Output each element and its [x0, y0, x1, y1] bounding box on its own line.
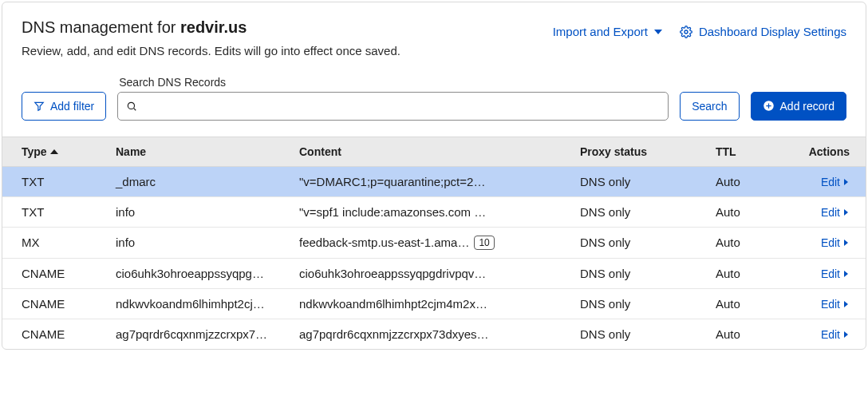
title-prefix: DNS management for — [22, 18, 180, 36]
toolbar: Add filter Search DNS Records Search Add… — [2, 68, 866, 137]
search-button[interactable]: Search — [680, 92, 739, 121]
page-title: DNS management for redvir.us — [22, 17, 400, 38]
chevron-down-icon — [654, 30, 662, 34]
dns-management-card: DNS management for redvir.us Review, add… — [2, 2, 866, 350]
cell-type: TXT — [2, 196, 106, 227]
edit-button[interactable]: Edit — [821, 298, 850, 311]
col-header-proxy[interactable]: Proxy status — [570, 137, 706, 166]
page-subtitle: Review, add, and edit DNS records. Edits… — [22, 42, 400, 60]
cell-proxy: DNS only — [570, 166, 706, 196]
table-row[interactable]: MXinfofeedback-smtp.us-east-1.ama…10DNS … — [2, 227, 866, 258]
cell-ttl: Auto — [706, 196, 786, 227]
search-button-label: Search — [692, 101, 727, 112]
edit-button[interactable]: Edit — [821, 176, 850, 188]
svg-point-2 — [128, 102, 135, 109]
cell-content: feedback-smtp.us-east-1.ama…10 — [290, 227, 570, 258]
cell-ttl: Auto — [706, 166, 786, 196]
add-filter-label: Add filter — [50, 101, 94, 112]
cell-name: ndkwvkoandm6lhimhpt2cj… — [106, 288, 290, 319]
import-export-label: Import and Export — [553, 25, 648, 38]
cell-proxy: DNS only — [570, 227, 706, 258]
svg-line-3 — [134, 108, 136, 110]
chevron-right-icon — [843, 300, 850, 308]
cell-type: CNAME — [2, 258, 106, 288]
display-settings-label: Dashboard Display Settings — [699, 25, 846, 38]
gear-icon — [680, 26, 692, 38]
add-record-label: Add record — [780, 101, 834, 112]
edit-button[interactable]: Edit — [821, 267, 850, 280]
search-label: Search DNS Records — [117, 76, 669, 89]
cell-proxy: DNS only — [570, 258, 706, 288]
cell-name: ag7pqrdr6cqxnmjzzcrxpx7… — [106, 319, 290, 349]
cell-name: info — [106, 196, 290, 227]
cell-name: _dmarc — [106, 166, 290, 196]
col-header-content[interactable]: Content — [290, 137, 570, 166]
cell-proxy: DNS only — [570, 288, 706, 319]
add-record-button[interactable]: Add record — [751, 92, 846, 121]
cell-ttl: Auto — [706, 288, 786, 319]
cell-actions: Edit — [786, 196, 866, 227]
edit-button[interactable]: Edit — [821, 328, 850, 341]
cell-actions: Edit — [786, 258, 866, 288]
search-input[interactable] — [144, 99, 660, 113]
cell-proxy: DNS only — [570, 196, 706, 227]
add-filter-button[interactable]: Add filter — [22, 92, 106, 121]
table-row[interactable]: TXTinfo"v=spf1 include:amazonses.com ~…D… — [2, 196, 866, 227]
priority-badge: 10 — [474, 236, 494, 250]
cell-actions: Edit — [786, 319, 866, 349]
display-settings-link[interactable]: Dashboard Display Settings — [680, 25, 846, 38]
chevron-right-icon — [843, 270, 850, 278]
table-row[interactable]: CNAMEcio6uhk3ohroeappssyqpg…cio6uhk3ohro… — [2, 258, 866, 288]
col-header-type[interactable]: Type — [2, 137, 106, 166]
sort-asc-icon — [50, 149, 58, 154]
cell-ttl: Auto — [706, 227, 786, 258]
chevron-right-icon — [843, 331, 850, 339]
search-field[interactable] — [117, 92, 669, 121]
cell-name: cio6uhk3ohroeappssyqpg… — [106, 258, 290, 288]
svg-marker-1 — [35, 102, 44, 110]
edit-button[interactable]: Edit — [821, 206, 850, 219]
cell-content: ag7pqrdr6cqxnmjzzcrxpx73dxyes… — [290, 319, 570, 349]
cell-type: MX — [2, 227, 106, 258]
table-header-row: Type Name Content Proxy status TTL Actio… — [2, 137, 866, 166]
import-export-link[interactable]: Import and Export — [553, 25, 662, 38]
title-domain: redvir.us — [180, 18, 247, 36]
chevron-right-icon — [843, 239, 850, 247]
records-table: Type Name Content Proxy status TTL Actio… — [2, 137, 866, 349]
svg-point-0 — [685, 30, 688, 34]
col-header-ttl[interactable]: TTL — [706, 137, 786, 166]
cell-actions: Edit — [786, 227, 866, 258]
cell-content: "v=spf1 include:amazonses.com ~… — [290, 196, 570, 227]
cell-content: "v=DMARC1;p=quarantine;pct=25… — [290, 166, 570, 196]
chevron-right-icon — [843, 178, 850, 186]
table-row[interactable]: CNAMEndkwvkoandm6lhimhpt2cj…ndkwvkoandm6… — [2, 288, 866, 319]
plus-circle-icon — [763, 100, 775, 112]
col-header-name[interactable]: Name — [106, 137, 290, 166]
cell-ttl: Auto — [706, 319, 786, 349]
cell-content: ndkwvkoandm6lhimhpt2cjm4m2x… — [290, 288, 570, 319]
card-header: DNS management for redvir.us Review, add… — [2, 2, 866, 68]
cell-proxy: DNS only — [570, 319, 706, 349]
cell-type: CNAME — [2, 288, 106, 319]
filter-icon — [34, 101, 45, 112]
table-row[interactable]: CNAMEag7pqrdr6cqxnmjzzcrxpx7…ag7pqrdr6cq… — [2, 319, 866, 349]
chevron-right-icon — [843, 208, 850, 216]
cell-ttl: Auto — [706, 258, 786, 288]
cell-type: CNAME — [2, 319, 106, 349]
cell-actions: Edit — [786, 288, 866, 319]
table-row[interactable]: TXT_dmarc"v=DMARC1;p=quarantine;pct=25…D… — [2, 166, 866, 196]
cell-name: info — [106, 227, 290, 258]
title-block: DNS management for redvir.us Review, add… — [22, 17, 400, 60]
col-header-actions: Actions — [786, 137, 866, 166]
cell-actions: Edit — [786, 166, 866, 196]
search-group: Search DNS Records — [117, 76, 669, 121]
search-icon — [126, 101, 137, 112]
header-actions: Import and Export Dashboard Display Sett… — [553, 17, 846, 38]
cell-type: TXT — [2, 166, 106, 196]
edit-button[interactable]: Edit — [821, 236, 850, 249]
cell-content: cio6uhk3ohroeappssyqpgdrivpqv… — [290, 258, 570, 288]
